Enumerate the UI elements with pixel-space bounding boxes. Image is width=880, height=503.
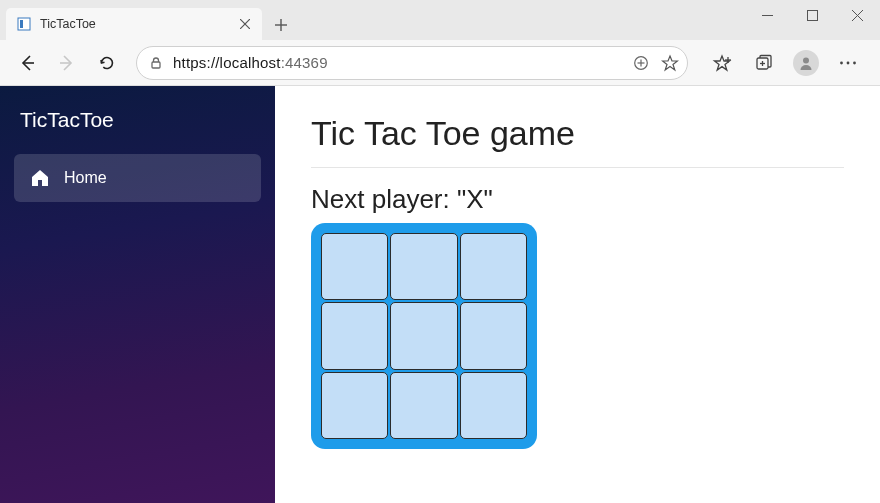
tab-close-button[interactable] <box>238 17 252 31</box>
refresh-button[interactable] <box>88 45 126 81</box>
board-cell-0[interactable] <box>321 233 388 300</box>
board-cell-7[interactable] <box>390 372 457 439</box>
window-minimize-button[interactable] <box>745 0 790 30</box>
window-close-button[interactable] <box>835 0 880 30</box>
svg-rect-1 <box>808 10 818 20</box>
sidebar-item-home[interactable]: Home <box>14 154 261 202</box>
window-controls <box>745 0 880 30</box>
lock-icon <box>149 56 163 70</box>
tab-title: TicTacToe <box>40 17 230 31</box>
collections-button[interactable] <box>744 45 784 81</box>
url-host: https://localhost <box>173 54 281 71</box>
browser-chrome: TicTacToe https://localhost:44369 <box>0 0 880 86</box>
new-tab-button[interactable] <box>266 10 296 40</box>
favorites-button[interactable] <box>702 45 742 81</box>
toolbar-right <box>698 45 872 81</box>
game-status: Next player: "X" <box>311 184 844 215</box>
page-heading: Tic Tac Toe game <box>311 114 844 153</box>
more-menu-button[interactable] <box>828 45 868 81</box>
board-cell-6[interactable] <box>321 372 388 439</box>
browser-tab[interactable]: TicTacToe <box>6 8 262 40</box>
svg-rect-5 <box>20 20 23 28</box>
browser-toolbar: https://localhost:44369 <box>0 40 880 86</box>
avatar-icon <box>793 50 819 76</box>
board-cell-1[interactable] <box>390 233 457 300</box>
board-cell-8[interactable] <box>460 372 527 439</box>
url-port: :44369 <box>281 54 328 71</box>
board-cell-2[interactable] <box>460 233 527 300</box>
main-content: Tic Tac Toe game Next player: "X" <box>275 86 880 503</box>
address-bar[interactable]: https://localhost:44369 <box>136 46 688 80</box>
page: TicTacToe Home Tic Tac Toe game Next pla… <box>0 86 880 503</box>
svg-point-24 <box>853 61 856 64</box>
zoom-indicator-icon[interactable] <box>633 55 649 71</box>
window-maximize-button[interactable] <box>790 0 835 30</box>
board-cell-4[interactable] <box>390 302 457 369</box>
favorite-star-icon[interactable] <box>661 54 679 72</box>
svg-rect-4 <box>18 18 30 30</box>
profile-button[interactable] <box>786 45 826 81</box>
sidebar-item-label: Home <box>64 169 107 187</box>
sidebar: TicTacToe Home <box>0 86 275 503</box>
svg-rect-12 <box>152 62 160 68</box>
forward-button[interactable] <box>48 45 86 81</box>
board-cell-3[interactable] <box>321 302 388 369</box>
divider <box>311 167 844 168</box>
home-icon <box>30 169 50 187</box>
tab-favicon <box>16 16 32 32</box>
game-board <box>311 223 537 449</box>
url-text: https://localhost:44369 <box>173 54 623 71</box>
svg-point-22 <box>840 61 843 64</box>
svg-point-23 <box>847 61 850 64</box>
board-cell-5[interactable] <box>460 302 527 369</box>
svg-point-21 <box>803 57 809 63</box>
brand-title[interactable]: TicTacToe <box>14 104 261 154</box>
back-button[interactable] <box>8 45 46 81</box>
